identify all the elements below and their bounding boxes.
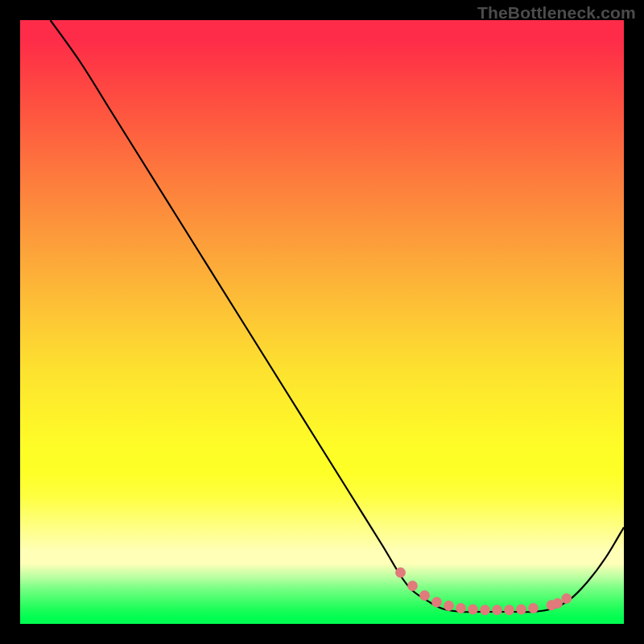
- marker-dot: [561, 593, 572, 604]
- curve-layer: [20, 20, 624, 624]
- marker-dot: [516, 605, 526, 615]
- marker-dot: [504, 605, 514, 615]
- plot-area: [20, 20, 624, 624]
- marker-dot: [492, 605, 502, 615]
- marker-dot: [419, 590, 430, 601]
- marker-dot: [456, 603, 466, 613]
- chart-frame: TheBottleneck.com: [0, 0, 644, 644]
- marker-dot: [528, 603, 539, 613]
- marker-dot: [395, 568, 406, 578]
- marker-dot: [431, 597, 442, 608]
- watermark-text: TheBottleneck.com: [477, 3, 636, 23]
- highlight-markers: [395, 568, 572, 615]
- marker-dot: [407, 580, 418, 591]
- bottleneck-curve: [51, 20, 625, 612]
- marker-dot: [480, 605, 490, 615]
- marker-dot: [552, 598, 563, 609]
- marker-dot: [468, 605, 478, 615]
- marker-dot: [444, 601, 454, 611]
